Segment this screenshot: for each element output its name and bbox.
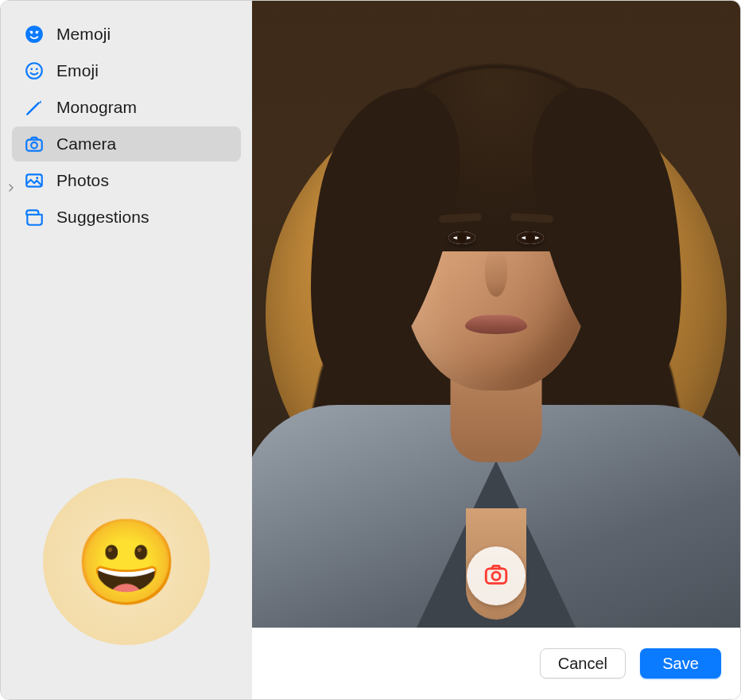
svg-point-3 [26, 63, 42, 79]
sidebar-item-label: Monogram [56, 98, 137, 117]
svg-rect-6 [26, 140, 42, 151]
save-button[interactable]: Save [640, 648, 721, 679]
svg-point-9 [36, 177, 38, 179]
memoji-icon [23, 23, 45, 45]
avatar-emoji: 😀 [75, 520, 179, 604]
sidebar-item-emoji[interactable]: Emoji [12, 53, 241, 88]
photos-icon [23, 169, 45, 192]
sidebar-item-monogram[interactable]: Monogram [12, 90, 241, 125]
capture-photo-button[interactable] [467, 546, 526, 605]
footer: Cancel Save [252, 628, 740, 699]
svg-point-7 [31, 142, 37, 149]
camera-preview [252, 1, 740, 628]
svg-point-5 [36, 68, 38, 70]
sidebar-item-label: Suggestions [56, 208, 149, 227]
emoji-icon [23, 60, 45, 82]
sidebar-item-camera[interactable]: Camera [12, 126, 241, 161]
suggestions-icon [23, 206, 45, 228]
svg-point-11 [492, 572, 500, 580]
camera-subject-placeholder [289, 1, 703, 628]
sidebar-item-label: Emoji [56, 61, 99, 80]
sidebar-item-photos[interactable]: Photos [12, 163, 241, 198]
cancel-button[interactable]: Cancel [540, 648, 626, 679]
monogram-icon [23, 96, 45, 119]
sidebar-list: Memoji Emoji Monogram [12, 17, 241, 235]
main-panel: Cancel Save [252, 1, 740, 699]
svg-point-4 [30, 68, 33, 70]
camera-icon [23, 133, 45, 155]
sidebar-item-suggestions[interactable]: Suggestions [12, 200, 241, 235]
chevron-right-icon[interactable] [7, 177, 15, 185]
sidebar-item-label: Camera [56, 134, 116, 154]
sidebar: Memoji Emoji Monogram [1, 1, 252, 699]
sidebar-item-label: Memoji [56, 25, 111, 44]
svg-rect-10 [486, 569, 506, 583]
sidebar-item-label: Photos [56, 171, 109, 190]
camera-capture-icon [483, 561, 510, 591]
svg-point-0 [25, 25, 43, 43]
current-avatar-preview: 😀 [43, 478, 210, 645]
sidebar-item-memoji[interactable]: Memoji [12, 17, 241, 52]
